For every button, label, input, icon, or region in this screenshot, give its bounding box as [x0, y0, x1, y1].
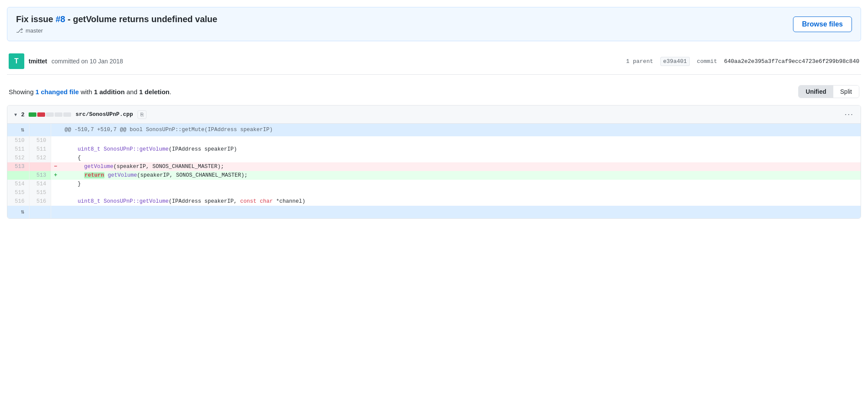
unified-view-button[interactable]: Unified — [799, 86, 833, 98]
line-num-old: 513 — [7, 162, 29, 171]
avatar: T — [9, 53, 24, 69]
hunk-header-row: ⇅ @@ -510,7 +510,7 @@ bool SonosUPnP::ge… — [7, 124, 861, 136]
line-sign — [51, 197, 60, 206]
table-row: 511 511 uint8_t SonosUPnP::getVolume(IPA… — [7, 145, 861, 154]
expand-icon-bottom: ⇅ — [21, 208, 24, 215]
diff-bar — [29, 112, 71, 117]
line-sign — [51, 188, 60, 197]
diff-bar-context2 — [55, 112, 62, 117]
diff-filename: src/SonosUPnP.cpp — [75, 111, 133, 118]
line-num-new: 513 — [29, 171, 51, 180]
changed-file-link[interactable]: 1 changed file — [36, 88, 79, 95]
expand-line-num2 — [29, 206, 51, 218]
collapse-button[interactable]: ▾ — [14, 112, 17, 118]
line-num-new: 512 — [29, 154, 51, 162]
commit-meta-right: 1 parent e39a401 commit 640aa2e2e395a3f7… — [626, 57, 859, 66]
hunk-sign — [51, 124, 60, 136]
parent-label: 1 parent — [626, 58, 653, 65]
commit-date: committed on 10 Jan 2018 — [52, 58, 123, 65]
line-sign: + — [51, 171, 60, 180]
hunk-line-num-old: ⇅ — [7, 124, 29, 136]
line-code — [60, 136, 861, 145]
table-row: 512 512 { — [7, 154, 861, 162]
commit-hash: 640aa2e2e395a3f7caf9ecc4723e6f299b98c840 — [724, 58, 859, 65]
diff-bar-context1 — [46, 112, 54, 117]
diff-table: ⇅ @@ -510,7 +510,7 @@ bool SonosUPnP::ge… — [7, 124, 861, 218]
commit-title: Fix issue #8 - getVolume returns undefin… — [16, 14, 217, 24]
diff-options-button[interactable]: ··· — [845, 110, 854, 119]
diff-bar-added — [29, 112, 36, 117]
split-view-button[interactable]: Split — [833, 86, 859, 98]
line-num-new: 511 — [29, 145, 51, 154]
commit-header-left: Fix issue #8 - getVolume returns undefin… — [16, 14, 217, 34]
copy-path-button[interactable]: ⎘ — [137, 110, 147, 119]
line-num-new — [29, 162, 51, 171]
table-row: 515 515 — [7, 188, 861, 197]
diff-file-header-left: ▾ 2 src/SonosUPnP.cpp ⎘ — [14, 110, 147, 119]
commit-author: tmittet — [29, 58, 47, 65]
line-num-old — [7, 171, 29, 180]
line-sign — [51, 180, 60, 188]
hunk-line-num-new — [29, 124, 51, 136]
line-sign — [51, 154, 60, 162]
line-code: getVolume(speakerIP, SONOS_CHANNEL_MASTE… — [60, 162, 861, 171]
expand-code — [60, 206, 861, 218]
bottom-hunk-row: ⇅ — [7, 206, 861, 218]
table-row: 510 510 — [7, 136, 861, 145]
branch-name: master — [26, 27, 43, 34]
diff-bar-context3 — [63, 112, 71, 117]
line-num-old: 516 — [7, 197, 29, 206]
commit-header: Fix issue #8 - getVolume returns undefin… — [7, 7, 861, 41]
line-sign: − — [51, 162, 60, 171]
expand-icon: ⇅ — [21, 126, 24, 133]
commit-label: commit — [697, 58, 717, 65]
changed-files-bar: Showing 1 changed file with 1 addition a… — [7, 82, 861, 105]
line-num-new: 510 — [29, 136, 51, 145]
commit-meta-left: T tmittet committed on 10 Jan 2018 — [9, 53, 123, 69]
line-num-new: 515 — [29, 188, 51, 197]
line-num-new: 516 — [29, 197, 51, 206]
changed-files-text: Showing 1 changed file with 1 addition a… — [9, 88, 171, 95]
line-code: uint8_t SonosUPnP::getVolume(IPAddress s… — [60, 197, 861, 206]
diff-view-toggle: Unified Split — [798, 85, 859, 98]
changed-count: 2 — [21, 111, 24, 118]
line-num-old: 514 — [7, 180, 29, 188]
issue-link[interactable]: #8 — [55, 14, 65, 24]
line-code: uint8_t SonosUPnP::getVolume(IPAddress s… — [60, 145, 861, 154]
branch-info: ⎇ master — [16, 27, 217, 34]
table-row: 516 516 uint8_t SonosUPnP::getVolume(IPA… — [7, 197, 861, 206]
line-num-new: 514 — [29, 180, 51, 188]
line-sign — [51, 145, 60, 154]
line-num-old: 511 — [7, 145, 29, 154]
expand-sign — [51, 206, 60, 218]
line-sign — [51, 136, 60, 145]
commit-meta: T tmittet committed on 10 Jan 2018 1 par… — [7, 48, 861, 75]
diff-bar-deleted — [37, 112, 45, 117]
line-code: { — [60, 154, 861, 162]
branch-icon: ⎇ — [16, 27, 23, 34]
line-num-old: 512 — [7, 154, 29, 162]
diff-file-header: ▾ 2 src/SonosUPnP.cpp ⎘ ··· — [7, 105, 861, 124]
diff-file-block: ▾ 2 src/SonosUPnP.cpp ⎘ ··· — [7, 105, 861, 219]
table-row-deleted: 513 − getVolume(speakerIP, SONOS_CHANNEL… — [7, 162, 861, 171]
copy-icon: ⎘ — [140, 112, 144, 118]
chevron-down-icon: ▾ — [14, 112, 17, 118]
parent-hash[interactable]: e39a401 — [660, 57, 690, 66]
line-code: } — [60, 180, 861, 188]
line-code — [60, 188, 861, 197]
table-row-added: 513 + return getVolume(speakerIP, SONOS_… — [7, 171, 861, 180]
line-num-old: 515 — [7, 188, 29, 197]
line-code: return getVolume(speakerIP, SONOS_CHANNE… — [60, 171, 861, 180]
browse-files-button[interactable]: Browse files — [793, 16, 852, 32]
hunk-code: @@ -510,7 +510,7 @@ bool SonosUPnP::getM… — [60, 124, 861, 136]
table-row: 514 514 } — [7, 180, 861, 188]
line-num-old: 510 — [7, 136, 29, 145]
expand-line-num: ⇅ — [7, 206, 29, 218]
